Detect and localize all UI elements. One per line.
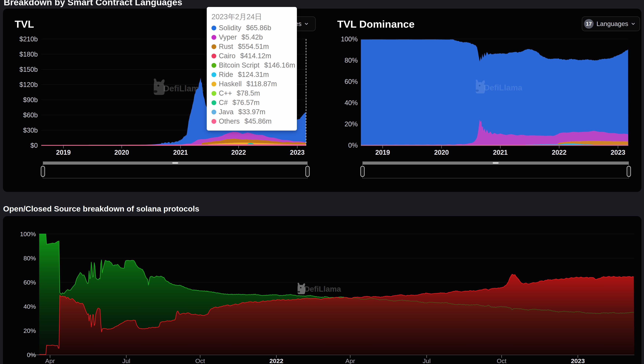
svg-text:2020: 2020	[114, 149, 129, 156]
svg-text:2019: 2019	[56, 149, 71, 156]
svg-text:20%: 20%	[345, 120, 358, 128]
svg-text:$210b: $210b	[20, 35, 38, 43]
svg-text:80%: 80%	[345, 56, 358, 64]
svg-text:2020: 2020	[434, 149, 449, 156]
svg-text:$0: $0	[31, 142, 38, 149]
svg-text:60%: 60%	[24, 279, 36, 286]
svg-text:0%: 0%	[27, 351, 36, 358]
svg-text:100%: 100%	[341, 35, 358, 43]
svg-text:$90b: $90b	[23, 96, 38, 104]
svg-text:100%: 100%	[20, 230, 36, 238]
svg-text:Jul: Jul	[423, 358, 431, 364]
svg-text:2023: 2023	[611, 149, 625, 156]
svg-text:0%: 0%	[348, 142, 358, 149]
svg-text:$30b: $30b	[23, 126, 38, 134]
svg-text:2021: 2021	[493, 149, 508, 156]
svg-text:DefiLlama: DefiLlama	[304, 285, 341, 293]
svg-text:Apr: Apr	[346, 358, 355, 364]
svg-text:2022: 2022	[231, 149, 246, 156]
svg-text:2019: 2019	[375, 149, 390, 156]
svg-text:80%: 80%	[24, 255, 36, 262]
svg-text:$150b: $150b	[20, 66, 38, 73]
svg-text:60%: 60%	[345, 78, 358, 85]
svg-text:Oct: Oct	[497, 358, 507, 364]
svg-text:20%: 20%	[24, 327, 36, 334]
svg-text:40%: 40%	[345, 99, 358, 106]
svg-text:2021: 2021	[173, 149, 188, 156]
svg-text:2023: 2023	[571, 358, 585, 364]
svg-text:Oct: Oct	[195, 358, 205, 364]
svg-text:40%: 40%	[24, 303, 36, 310]
svg-text:2023: 2023	[290, 149, 304, 156]
svg-text:$60b: $60b	[23, 111, 38, 119]
svg-text:Jul: Jul	[122, 358, 130, 364]
svg-text:Apr: Apr	[45, 358, 55, 364]
svg-text:DefiLlama: DefiLlama	[484, 83, 522, 92]
svg-text:2022: 2022	[269, 358, 283, 364]
svg-text:2022: 2022	[552, 149, 566, 156]
svg-text:$120b: $120b	[20, 81, 38, 88]
svg-text:$180b: $180b	[20, 50, 38, 58]
